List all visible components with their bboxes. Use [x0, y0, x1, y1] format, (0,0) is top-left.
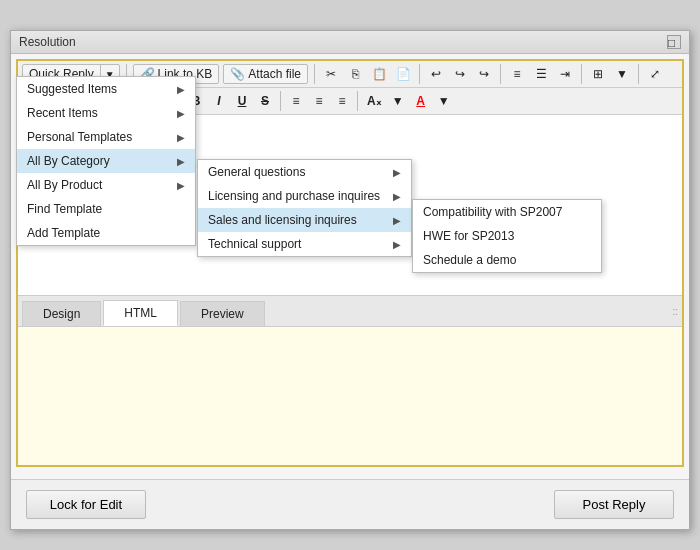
- personal-templates-label: Personal Templates: [27, 130, 132, 144]
- underline-button[interactable]: U: [232, 92, 252, 110]
- technical-arrow: ▶: [393, 239, 401, 250]
- list-ul-icon[interactable]: ☰: [531, 64, 551, 84]
- general-arrow: ▶: [393, 167, 401, 178]
- dropdown-item-sales[interactable]: Sales and licensing inquires ▶: [198, 208, 411, 232]
- tab-design[interactable]: Design: [22, 301, 101, 326]
- separator4: [500, 64, 501, 84]
- strikethrough-button[interactable]: S: [255, 92, 275, 110]
- align-right-button[interactable]: ≡: [332, 92, 352, 110]
- table-arrow-icon[interactable]: ▼: [612, 64, 632, 84]
- separator2: [314, 64, 315, 84]
- copy-icon[interactable]: ⎘: [345, 64, 365, 84]
- dropdown-item-technical[interactable]: Technical support ▶: [198, 232, 411, 256]
- lock-for-edit-button[interactable]: Lock for Edit: [26, 490, 146, 519]
- dropdown-level2: General questions ▶ Licensing and purcha…: [197, 159, 412, 257]
- recent-items-label: Recent Items: [27, 106, 98, 120]
- list-ol-icon[interactable]: ≡: [507, 64, 527, 84]
- window-title: Resolution: [19, 35, 76, 49]
- suggested-items-label: Suggested Items: [27, 82, 117, 96]
- dropdown-item-suggested[interactable]: Suggested Items ▶: [17, 77, 195, 101]
- cut-icon[interactable]: ✂: [321, 64, 341, 84]
- tabs-row: Design HTML Preview ::: [18, 295, 682, 327]
- separator5: [581, 64, 582, 84]
- dropdown-item-recent[interactable]: Recent Items ▶: [17, 101, 195, 125]
- italic-button[interactable]: I: [209, 92, 229, 110]
- attach-file-label: Attach file: [248, 67, 301, 81]
- dropdown-item-schedule[interactable]: Schedule a demo: [413, 248, 601, 272]
- tab-preview-label: Preview: [201, 307, 244, 321]
- resize-handle: ::: [672, 306, 678, 317]
- post-reply-button[interactable]: Post Reply: [554, 490, 674, 519]
- main-window: Resolution □ Quick Reply ▼ 🔗 Link to KB …: [10, 30, 690, 530]
- align-center-button[interactable]: ≡: [309, 92, 329, 110]
- dropdown-item-all-product[interactable]: All By Product ▶: [17, 173, 195, 197]
- all-by-product-label: All By Product: [27, 178, 102, 192]
- dropdown-item-compat[interactable]: Compatibility with SP2007: [413, 200, 601, 224]
- dropdown-item-licensing[interactable]: Licensing and purchase inquires ▶: [198, 184, 411, 208]
- highlight-button[interactable]: A: [411, 92, 431, 110]
- table-icon[interactable]: ⊞: [588, 64, 608, 84]
- dropdown-item-all-category[interactable]: All By Category ▶: [17, 149, 195, 173]
- titlebar: Resolution □: [11, 31, 689, 54]
- separator3: [419, 64, 420, 84]
- sales-arrow: ▶: [393, 215, 401, 226]
- category-arrow: ▶: [177, 156, 185, 167]
- dropdown-item-find[interactable]: Find Template: [17, 197, 195, 221]
- dropdown-item-add[interactable]: Add Template: [17, 221, 195, 245]
- personal-arrow: ▶: [177, 132, 185, 143]
- sales-label: Sales and licensing inquires: [208, 213, 357, 227]
- dropdown-level3: Compatibility with SP2007 HWE for SP2013…: [412, 199, 602, 273]
- technical-label: Technical support: [208, 237, 301, 251]
- highlight-arrow[interactable]: ▼: [434, 92, 454, 110]
- redo-icon[interactable]: ↪: [450, 64, 470, 84]
- separator9: [357, 91, 358, 111]
- paste-icon[interactable]: 📋: [369, 64, 389, 84]
- add-template-label: Add Template: [27, 226, 100, 240]
- bottom-bar: Lock for Edit Post Reply: [11, 479, 689, 529]
- product-arrow: ▶: [177, 180, 185, 191]
- tab-html[interactable]: HTML: [103, 300, 178, 326]
- align-left-button[interactable]: ≡: [286, 92, 306, 110]
- separator8: [280, 91, 281, 111]
- recent-arrow: ▶: [177, 108, 185, 119]
- hwe-label: HWE for SP2013: [423, 229, 514, 243]
- font-color-arrow[interactable]: ▼: [388, 92, 408, 110]
- find-template-label: Find Template: [27, 202, 102, 216]
- redo2-icon[interactable]: ↪: [474, 64, 494, 84]
- licensing-arrow: ▶: [393, 191, 401, 202]
- dropdown-item-hwe[interactable]: HWE for SP2013: [413, 224, 601, 248]
- general-questions-label: General questions: [208, 165, 305, 179]
- tab-design-label: Design: [43, 307, 80, 321]
- tab-preview[interactable]: Preview: [180, 301, 265, 326]
- attach-file-button[interactable]: 📎 Attach file: [223, 64, 308, 84]
- dropdown-level1: Suggested Items ▶ Recent Items ▶ Persona…: [16, 76, 196, 246]
- schedule-label: Schedule a demo: [423, 253, 516, 267]
- clip-icon: 📎: [230, 67, 245, 81]
- dropdown-item-general[interactable]: General questions ▶: [198, 160, 411, 184]
- separator6: [638, 64, 639, 84]
- suggested-arrow: ▶: [177, 84, 185, 95]
- paste-special-icon[interactable]: 📄: [393, 64, 413, 84]
- window-close-btn[interactable]: □: [667, 35, 681, 49]
- move-icon[interactable]: ⤢: [645, 64, 665, 84]
- all-by-category-label: All By Category: [27, 154, 110, 168]
- compat-label: Compatibility with SP2007: [423, 205, 562, 219]
- tab-html-label: HTML: [124, 306, 157, 320]
- undo-icon[interactable]: ↩: [426, 64, 446, 84]
- indent-icon[interactable]: ⇥: [555, 64, 575, 84]
- dropdown-item-personal[interactable]: Personal Templates ▶: [17, 125, 195, 149]
- licensing-label: Licensing and purchase inquires: [208, 189, 380, 203]
- more-format-button[interactable]: Aₓ: [363, 92, 385, 110]
